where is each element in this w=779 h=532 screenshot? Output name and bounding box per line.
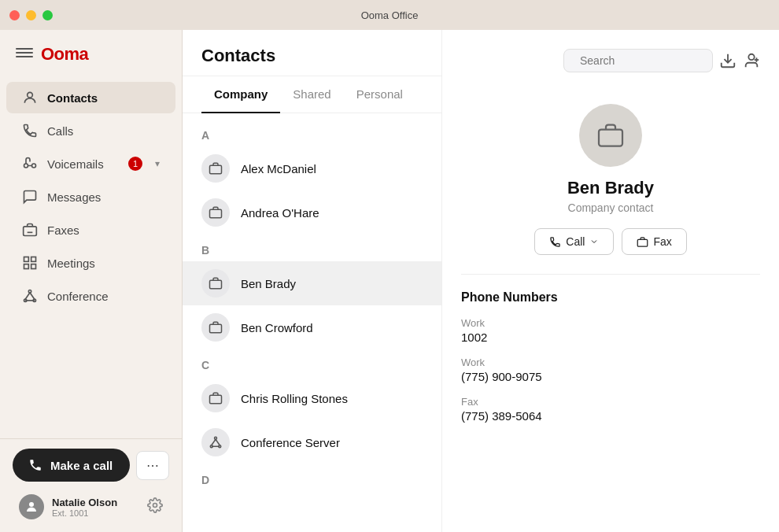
call-dropdown-icon bbox=[589, 237, 599, 246]
download-icon bbox=[719, 52, 737, 69]
list-item[interactable]: Conference Server bbox=[183, 420, 441, 464]
faxes-label: Faxes bbox=[47, 224, 79, 237]
contact-name: Alex McDaniel bbox=[241, 162, 316, 175]
sidebar-item-messages[interactable]: Messages bbox=[6, 181, 175, 212]
list-item[interactable]: Chris Rolling Stones bbox=[183, 376, 441, 420]
window-controls bbox=[9, 10, 53, 20]
logo-area: Ooma bbox=[0, 30, 182, 77]
phone-label: Work bbox=[461, 357, 760, 368]
conference-contact-avatar bbox=[201, 428, 230, 456]
section-label-a: A bbox=[183, 120, 441, 146]
contact-avatar bbox=[201, 198, 230, 227]
tab-company[interactable]: Company bbox=[201, 76, 280, 113]
list-item[interactable]: Alex McDaniel bbox=[183, 146, 441, 190]
svg-rect-19 bbox=[210, 209, 222, 218]
svg-rect-18 bbox=[210, 165, 222, 174]
sidebar-bottom: Make a call ⋯ Natalie Olson Ext. 1001 bbox=[0, 438, 182, 532]
more-button[interactable]: ⋯ bbox=[136, 451, 169, 480]
user-name: Natalie Olson bbox=[52, 497, 139, 508]
svg-point-2 bbox=[32, 164, 36, 168]
hamburger-icon[interactable] bbox=[16, 48, 33, 61]
svg-point-17 bbox=[153, 503, 157, 507]
fax-label: Fax bbox=[653, 235, 671, 248]
download-button[interactable] bbox=[719, 52, 737, 69]
svg-point-10 bbox=[28, 290, 31, 293]
contact-avatar bbox=[201, 313, 230, 342]
tab-personal[interactable]: Personal bbox=[344, 76, 415, 113]
titlebar: Ooma Office bbox=[0, 0, 779, 30]
list-item[interactable]: Ben Crowford bbox=[183, 305, 441, 349]
user-ext: Ext. 1001 bbox=[52, 508, 139, 518]
svg-rect-6 bbox=[24, 257, 29, 262]
phone-number: 1002 bbox=[461, 331, 760, 344]
profile-avatar bbox=[579, 104, 642, 167]
phone-section-title: Phone Numbers bbox=[461, 290, 760, 305]
svg-line-26 bbox=[212, 439, 216, 445]
add-contact-button[interactable] bbox=[743, 52, 760, 69]
svg-point-33 bbox=[748, 54, 754, 60]
detail-panel: Ben Brady Company contact Call bbox=[442, 30, 779, 532]
phone-entry: Work 1002 bbox=[461, 317, 760, 344]
svg-line-14 bbox=[30, 293, 35, 299]
contact-avatar bbox=[201, 154, 230, 183]
svg-point-16 bbox=[29, 502, 34, 507]
svg-rect-9 bbox=[24, 264, 29, 269]
profile-name: Ben Brady bbox=[567, 178, 654, 198]
sidebar-item-meetings[interactable]: Meetings bbox=[6, 247, 175, 279]
make-call-button[interactable]: Make a call bbox=[13, 449, 130, 482]
contact-name: Ben Crowford bbox=[241, 321, 313, 334]
sidebar-item-faxes[interactable]: Faxes bbox=[6, 214, 175, 246]
fax-icon bbox=[637, 236, 648, 248]
contacts-header: Contacts bbox=[183, 30, 441, 76]
svg-rect-20 bbox=[210, 280, 222, 289]
contacts-label: Contacts bbox=[47, 91, 98, 105]
minimize-button[interactable] bbox=[26, 10, 36, 20]
phone-number: (775) 389-5064 bbox=[461, 409, 760, 423]
section-label-c: C bbox=[183, 349, 441, 376]
sidebar-item-conference[interactable]: Conference bbox=[6, 280, 175, 312]
faxes-icon bbox=[22, 222, 38, 238]
svg-rect-36 bbox=[599, 130, 622, 146]
contact-name: Chris Rolling Stones bbox=[241, 392, 348, 405]
list-item[interactable]: Ben Brady bbox=[183, 261, 441, 305]
more-icon: ⋯ bbox=[146, 458, 159, 473]
maximize-button[interactable] bbox=[42, 10, 53, 20]
call-button[interactable]: Call bbox=[534, 228, 614, 255]
contacts-panel: Contacts Company Shared Personal A bbox=[183, 30, 442, 532]
section-label-d: D bbox=[183, 464, 441, 491]
contact-name: Ben Brady bbox=[241, 277, 296, 290]
list-item[interactable]: Andrea O'Hare bbox=[183, 190, 441, 235]
contact-name: Andrea O'Hare bbox=[241, 206, 319, 220]
settings-icon[interactable] bbox=[147, 497, 163, 517]
app-body: Ooma Contacts Calls bbox=[0, 30, 779, 532]
call-icon bbox=[549, 236, 561, 248]
conference-label: Conference bbox=[47, 290, 109, 303]
close-button[interactable] bbox=[9, 10, 20, 20]
search-bar[interactable] bbox=[563, 49, 713, 72]
fax-button[interactable]: Fax bbox=[622, 228, 686, 255]
contacts-title: Contacts bbox=[201, 46, 275, 66]
sidebar-item-contacts[interactable]: Contacts bbox=[6, 82, 175, 113]
sidebar-item-calls[interactable]: Calls bbox=[6, 115, 175, 146]
contact-avatar bbox=[201, 269, 230, 297]
logo-text: Ooma bbox=[41, 44, 88, 65]
sidebar-item-voicemails[interactable]: Voicemails 1 ▾ bbox=[6, 148, 175, 179]
svg-rect-3 bbox=[24, 227, 37, 236]
voicemails-chevron-icon: ▾ bbox=[155, 158, 160, 169]
window-title: Ooma Office bbox=[361, 9, 419, 21]
phone-entry: Fax (775) 389-5064 bbox=[461, 396, 760, 423]
contact-name: Conference Server bbox=[241, 436, 340, 449]
tab-shared[interactable]: Shared bbox=[280, 76, 343, 113]
svg-point-1 bbox=[24, 164, 28, 168]
conference-icon bbox=[22, 288, 38, 304]
make-call-label: Make a call bbox=[50, 459, 113, 472]
detail-header bbox=[461, 49, 760, 85]
profile-type: Company contact bbox=[568, 201, 654, 214]
search-input[interactable] bbox=[580, 54, 718, 67]
svg-rect-37 bbox=[638, 239, 648, 246]
header-actions bbox=[563, 49, 760, 72]
content: Contacts Company Shared Personal A bbox=[183, 30, 779, 532]
messages-icon bbox=[22, 189, 38, 205]
user-info: Natalie Olson Ext. 1001 bbox=[13, 491, 169, 523]
phone-number: (775) 900-9075 bbox=[461, 370, 760, 383]
